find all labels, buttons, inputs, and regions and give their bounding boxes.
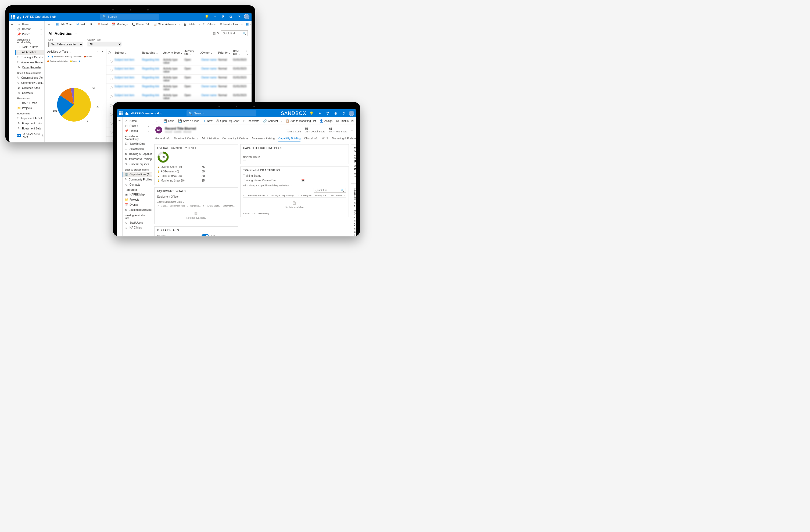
table-row[interactable]: Subject text itemRegarding linkActivity … — [107, 84, 252, 93]
run-report-button[interactable]: ▦Run Report — [244, 22, 252, 27]
tab-timeline-contacts[interactable]: Timeline & Contacts — [174, 135, 198, 142]
chevron-down-icon[interactable]: ⌄ — [197, 23, 201, 26]
nav-home[interactable]: ⌂Home — [123, 118, 152, 123]
lightbulb-icon[interactable]: 💡 — [309, 110, 314, 116]
nav-orgs[interactable]: 🏢Organisations (Acco… — [123, 172, 152, 177]
chart-more-icon[interactable]: ⋮ — [96, 50, 99, 53]
date-icon[interactable]: 📅 — [301, 179, 305, 182]
delete-button[interactable]: 🗑Delete — [182, 22, 197, 27]
col-date[interactable]: Date Cre… ↓ ⌄ — [233, 50, 250, 55]
org-chart-button[interactable]: 品Open Org Chart — [214, 118, 241, 124]
filter-icon[interactable]: ∇ — [220, 14, 226, 20]
email-button[interactable]: ✉Email — [96, 22, 110, 27]
brand-link[interactable]: HAP-EE Operations Hub — [23, 15, 55, 18]
table-row[interactable]: Subject text itemRegarding linkActivity … — [107, 66, 252, 74]
nav-recent[interactable]: ◷Recent⌄ — [123, 123, 152, 128]
help-icon[interactable]: ? — [341, 110, 347, 116]
tab-whs[interactable]: WHS — [322, 135, 328, 142]
col-subject[interactable]: Subject ⌄ — [114, 50, 142, 55]
help-icon[interactable]: ? — [236, 14, 242, 20]
tab-capability-building[interactable]: Capability Building — [278, 135, 301, 142]
refresh-button[interactable]: ↻Refresh — [201, 22, 218, 27]
nav-tasks[interactable]: ☐Task/To Do's: — [15, 45, 44, 50]
nav-cases[interactable]: ✎Cases/Enquiries — [123, 162, 152, 167]
app-launcher-icon[interactable] — [11, 15, 15, 18]
col-priority[interactable]: Priority ⌄ — [218, 50, 233, 55]
hide-chart-button[interactable]: ▤Hide Chart — [54, 22, 74, 27]
col-owner[interactable]: Owner ⌄ — [201, 50, 218, 55]
search-input[interactable] — [194, 112, 254, 115]
nav-outreach[interactable]: ◉Outreach Sites — [15, 85, 44, 90]
global-search[interactable]: 🔍 — [100, 14, 159, 20]
nav-events[interactable]: 📅Events — [123, 202, 152, 207]
tab-awareness-raising[interactable]: Awareness Raising — [252, 135, 275, 142]
global-search[interactable]: 🔍 — [187, 110, 256, 116]
save-close-button[interactable]: 💾Save & Close — [177, 118, 201, 123]
select-all-checkbox[interactable] — [108, 51, 111, 54]
nav-contacts[interactable]: ☺Contacts — [123, 182, 152, 187]
other-activities-button[interactable]: 📋Other Activities — [151, 22, 178, 27]
table-row[interactable]: Subject text itemRegarding linkActivity … — [107, 93, 252, 101]
nav-eq-units[interactable]: ↻Equipment Units — [15, 121, 44, 126]
nav-home[interactable]: ⌂Home — [15, 22, 44, 27]
nav-clinics[interactable]: ⌂HA Clinics — [123, 225, 152, 230]
back-button[interactable]: ← — [46, 22, 52, 27]
nav-cases[interactable]: ✎Cases/Enquiries — [15, 65, 44, 70]
nav-awareness[interactable]: ↻Awareness Raising A… — [123, 156, 152, 162]
nav-collapse-toggle[interactable]: ≡ — [9, 21, 15, 142]
tab-administration[interactable]: Administration — [201, 135, 218, 142]
toggle-person[interactable] — [201, 234, 209, 236]
tab-general-info[interactable]: General Info — [155, 135, 170, 142]
nav-contacts[interactable]: ☺Contacts — [15, 90, 44, 95]
add-icon[interactable]: ＋ — [317, 110, 323, 116]
chevron-down-icon[interactable]: ⌄ — [351, 129, 353, 131]
nav-community-profiles[interactable]: ↻Community Profiles — [123, 177, 152, 182]
nav-all-activities[interactable]: ☰All Activities — [123, 146, 152, 151]
user-avatar[interactable]: JP — [244, 14, 249, 19]
col-regarding[interactable]: Regarding ⌄ — [142, 50, 163, 55]
add-marketing-button[interactable]: 📋Add to Marketing List — [284, 118, 318, 123]
nav-map[interactable]: ⊞HAPEE Map — [123, 192, 152, 197]
nav-awareness[interactable]: ↻Awareness Raisin… — [15, 60, 44, 65]
nav-eq-act[interactable]: ↻Equipment Activities — [123, 207, 152, 212]
nav-projects[interactable]: 📁Projects — [123, 197, 152, 202]
app-launcher-icon[interactable] — [119, 112, 123, 115]
view-title[interactable]: All Activities — [48, 31, 72, 36]
due-select[interactable]: Next 7 days or earlier — [48, 41, 83, 47]
chevron-down-icon[interactable]: ⌄ — [178, 23, 181, 26]
back-button[interactable]: ← — [154, 119, 160, 123]
training-quick-find[interactable]: 🔍 — [314, 188, 346, 193]
filter-icon[interactable]: ∇ — [325, 110, 330, 116]
nav-training[interactable]: ↻Training & Capabi… — [15, 55, 44, 60]
nav-eq-act[interactable]: ↻Equipment Activit… — [15, 116, 44, 121]
lightbulb-icon[interactable]: 💡 — [204, 14, 210, 20]
assign-button[interactable]: 👤Assign — [318, 118, 334, 123]
nav-eq-sets[interactable]: ↻Equipment Sets — [15, 126, 44, 131]
area-switcher[interactable]: OHOPERATIONS HUB⇅ — [15, 131, 44, 139]
phone-button[interactable]: 📞Phone Call — [130, 22, 151, 27]
nav-tasks[interactable]: ☐Task/To Do's: — [123, 141, 152, 146]
nav-orgs[interactable]: ↻Organisations (Ac… — [15, 75, 44, 80]
edit-columns-icon[interactable]: ▥ — [213, 31, 215, 35]
chevron-down-icon[interactable]: ⌄ — [69, 50, 71, 53]
nav-staff[interactable]: ☺Staff/Users — [123, 220, 152, 225]
filter-icon[interactable]: ∇ — [217, 31, 219, 35]
table-row[interactable]: Subject text itemRegarding linkActivity … — [107, 57, 252, 66]
email-link-button[interactable]: ✉Email a Link — [335, 118, 356, 123]
nav-projects[interactable]: 📁Projects — [15, 105, 44, 111]
brand-link[interactable]: HAPEE Operations Hub — [131, 112, 162, 115]
settings-icon[interactable]: ⚙ — [228, 14, 234, 20]
more-icon[interactable]: ⋮ — [233, 201, 235, 203]
tab-marketing-preference[interactable]: Marketing & Preference — [332, 135, 356, 142]
connect-button[interactable]: 🔗Connect — [261, 118, 279, 123]
nav-recent[interactable]: ◷Recent⌄ — [15, 27, 44, 32]
settings-icon[interactable]: ⚙ — [333, 110, 339, 116]
quick-find-input[interactable] — [223, 32, 243, 35]
nav-all-activities[interactable]: ☰All Activities — [15, 50, 44, 55]
nav-pinned[interactable]: 📌Pinned⌄ — [123, 128, 152, 133]
chart-close-icon[interactable]: ✕ — [101, 50, 103, 53]
tab-community-culture[interactable]: Community & Culture — [223, 135, 248, 142]
task-button[interactable]: ☑Task/To Do: — [75, 22, 96, 27]
col-status[interactable]: Activity Sta… ⌄ — [184, 50, 201, 55]
search-input[interactable] — [108, 15, 157, 18]
